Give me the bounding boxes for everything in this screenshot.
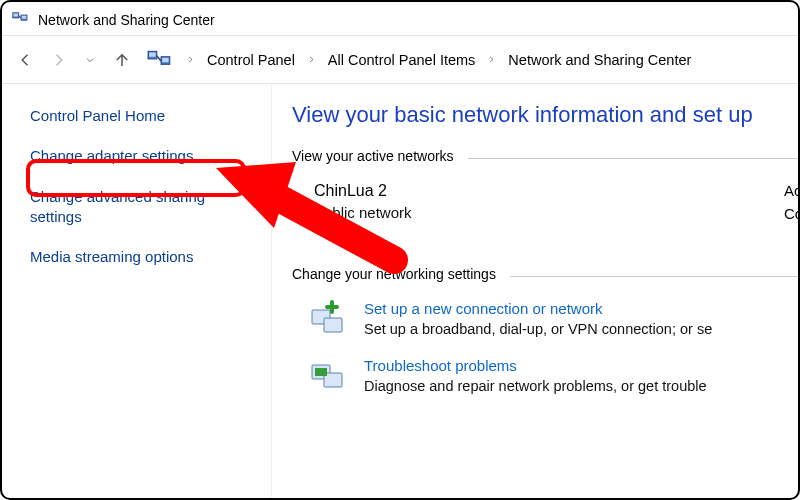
setup-connection-icon <box>310 300 350 336</box>
option-troubleshoot: Troubleshoot problems Diagnose and repai… <box>310 357 798 394</box>
sidebar-item-advanced-sharing[interactable]: Change advanced sharing settings <box>30 187 253 228</box>
network-name: ChinLua 2 <box>314 182 694 200</box>
divider <box>468 158 798 159</box>
svg-rect-1 <box>14 14 19 17</box>
page-heading: View your basic network information and … <box>292 102 798 128</box>
titlebar: Network and Sharing Center <box>2 2 798 36</box>
chevron-right-icon <box>301 55 322 64</box>
navbar: Control Panel All Control Panel Items Ne… <box>2 36 798 84</box>
option-troubleshoot-desc: Diagnose and repair network problems, or… <box>364 378 707 394</box>
network-access-label: Acce <box>784 182 798 199</box>
chevron-right-icon <box>180 55 201 64</box>
breadcrumb-network-sharing[interactable]: Network and Sharing Center <box>506 50 693 70</box>
svg-rect-5 <box>149 52 156 56</box>
option-setup-connection: Set up a new connection or network Set u… <box>310 300 798 337</box>
address-icon <box>146 46 174 74</box>
svg-rect-3 <box>22 16 27 19</box>
svg-rect-9 <box>324 318 342 332</box>
network-type: Public network <box>314 204 694 221</box>
section-active-networks: View your active networks <box>292 148 798 164</box>
recent-dropdown[interactable] <box>76 46 104 74</box>
sidebar-item-home[interactable]: Control Panel Home <box>30 106 253 126</box>
option-setup-connection-desc: Set up a broadband, dial-up, or VPN conn… <box>364 321 712 337</box>
troubleshoot-icon <box>310 357 350 393</box>
network-connections-label: Conn <box>784 205 798 222</box>
sidebar-item-adapter-settings[interactable]: Change adapter settings <box>30 146 253 166</box>
up-button[interactable] <box>108 46 136 74</box>
sidebar: Control Panel Home Change adapter settin… <box>2 84 272 498</box>
networking-options: Set up a new connection or network Set u… <box>310 300 798 394</box>
active-network-row: ChinLua 2 Public network Acce Conn <box>314 182 798 238</box>
sidebar-item-media-streaming[interactable]: Media streaming options <box>30 247 253 267</box>
option-setup-connection-link[interactable]: Set up a new connection or network <box>364 300 712 317</box>
divider <box>510 276 798 277</box>
svg-rect-7 <box>162 57 169 61</box>
network-center-icon <box>12 9 30 30</box>
back-button[interactable] <box>12 46 40 74</box>
breadcrumb-control-panel[interactable]: Control Panel <box>205 50 297 70</box>
forward-button[interactable] <box>44 46 72 74</box>
section-change-settings: Change your networking settings <box>292 266 798 282</box>
breadcrumb-all-items[interactable]: All Control Panel Items <box>326 50 477 70</box>
main-panel: View your basic network information and … <box>272 84 798 498</box>
option-troubleshoot-link[interactable]: Troubleshoot problems <box>364 357 707 374</box>
window-title: Network and Sharing Center <box>38 12 215 28</box>
chevron-right-icon <box>481 55 502 64</box>
section-active-networks-label: View your active networks <box>292 148 454 164</box>
svg-rect-12 <box>315 368 327 376</box>
content-area: Control Panel Home Change adapter settin… <box>2 84 798 498</box>
section-change-settings-label: Change your networking settings <box>292 266 496 282</box>
